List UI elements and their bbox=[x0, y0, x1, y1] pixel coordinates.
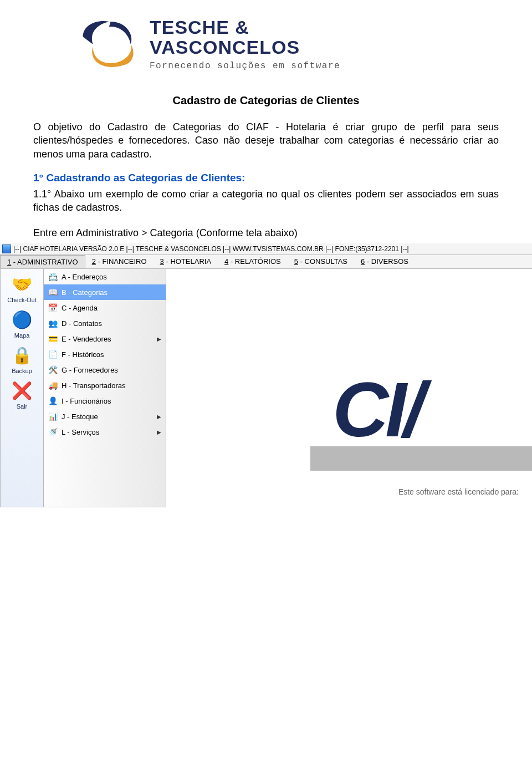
menu-item-j[interactable]: 📊J - Estoque▶ bbox=[44, 409, 166, 424]
tool-mapa[interactable]: 🔵Mapa bbox=[1, 304, 43, 340]
section-heading: 1° Cadastrando as Categorias de Clientes… bbox=[33, 172, 499, 184]
tool-label: Mapa bbox=[14, 332, 30, 339]
menu-relatórios[interactable]: 4 - RELATÓRIOS bbox=[218, 255, 288, 268]
menu-item-a[interactable]: 📇A - Endereços bbox=[44, 269, 166, 284]
brand-line2: VASCONCELOS bbox=[150, 38, 340, 58]
menu-item-b[interactable]: 📖B - Categorias bbox=[44, 284, 166, 300]
menu-item-f[interactable]: 📄F - Históricos bbox=[44, 347, 166, 362]
menu-item-label: I - Funcionários bbox=[62, 397, 111, 405]
window-title-bar: |--| CIAF HOTELARIA VERSÃO 2.0 E |--| TE… bbox=[0, 243, 532, 255]
card-icon: 💳 bbox=[48, 334, 57, 343]
tool-sair[interactable]: ❌Sair bbox=[1, 375, 43, 411]
window-title-text: |--| CIAF HOTELARIA VERSÃO 2.0 E |--| TE… bbox=[13, 245, 409, 253]
document-icon: 📄 bbox=[48, 350, 57, 359]
menu-item-label: J - Estoque bbox=[62, 412, 98, 421]
brand-header: TESCHE & VASCONCELOS Fornecendo soluções… bbox=[0, 0, 532, 78]
menu-consultas[interactable]: 5 - CONSULTAS bbox=[288, 255, 354, 268]
address-icon: 📇 bbox=[48, 272, 57, 281]
menu-item-label: L - Serviços bbox=[62, 428, 99, 436]
intro-paragraph: O objetivo do Cadastro de Categorias do … bbox=[33, 120, 499, 161]
menu-item-l[interactable]: 🚿L - Serviços▶ bbox=[44, 424, 166, 440]
map-icon: 🔵 bbox=[11, 308, 34, 331]
toolbar: 🤝Check-Out🔵Mapa🔒Backup❌Sair bbox=[0, 269, 43, 507]
tool-check-out[interactable]: 🤝Check-Out bbox=[1, 269, 43, 304]
brand-line1: TESCHE & bbox=[150, 18, 340, 38]
tool-backup[interactable]: 🔒Backup bbox=[1, 340, 43, 375]
menu-item-g[interactable]: 🛠️G - Fornecedores bbox=[44, 362, 166, 378]
tools-icon: 🛠️ bbox=[48, 365, 57, 374]
exit-icon: ❌ bbox=[11, 379, 34, 402]
menu-item-c[interactable]: 📅C - Agenda bbox=[44, 300, 166, 315]
menu-hotelaria[interactable]: 3 - HOTELARIA bbox=[154, 255, 218, 268]
chevron-right-icon: ▶ bbox=[157, 429, 161, 435]
cia-logo: CI/ bbox=[332, 379, 532, 441]
tool-label: Check-Out bbox=[7, 297, 37, 303]
checkout-icon: 🤝 bbox=[11, 272, 34, 296]
chevron-right-icon: ▶ bbox=[157, 414, 161, 420]
menu-item-label: E - Vendedores bbox=[62, 335, 111, 343]
menu-administrativo[interactable]: 1 - ADMINISTRATIVO bbox=[0, 255, 85, 268]
brand-tagline: Fornecendo soluções em software bbox=[150, 61, 340, 71]
chevron-right-icon: ▶ bbox=[157, 336, 161, 342]
menu-item-label: F - Históricos bbox=[62, 350, 104, 359]
menu-diversos[interactable]: 6 - DIVERSOS bbox=[354, 255, 415, 268]
menu-item-label: A - Endereços bbox=[62, 273, 107, 281]
menu-item-label: G - Fornecedores bbox=[62, 366, 118, 374]
section-body: 1.1° Abaixo um exemplo de como criar a c… bbox=[33, 187, 499, 215]
app-icon bbox=[2, 245, 11, 253]
menu-financeiro[interactable]: 2 - FINANCEIRO bbox=[85, 255, 154, 268]
document-title: Cadastro de Categorias de Clientes bbox=[33, 94, 499, 107]
main-area: CI/ Este software está licenciado para: bbox=[166, 269, 532, 507]
gray-bar bbox=[310, 446, 532, 471]
admin-dropdown: 📇A - Endereços📖B - Categorias📅C - Agenda… bbox=[43, 269, 166, 507]
app-screenshot: |--| CIAF HOTELARIA VERSÃO 2.0 E |--| TE… bbox=[0, 243, 532, 507]
brand-mark bbox=[78, 17, 139, 72]
nav-hint: Entre em Administrativo > Categoria (Con… bbox=[33, 227, 499, 239]
book-icon: 📖 bbox=[48, 288, 57, 297]
truck-icon: 🚚 bbox=[48, 381, 57, 390]
menu-item-label: B - Categorias bbox=[62, 288, 108, 297]
menu-item-h[interactable]: 🚚H - Transportadoras bbox=[44, 378, 166, 393]
tool-label: Sair bbox=[17, 403, 28, 410]
menu-item-e[interactable]: 💳E - Vendedores▶ bbox=[44, 331, 166, 347]
menu-item-label: C - Agenda bbox=[62, 304, 98, 312]
menu-item-d[interactable]: 👥D - Contatos bbox=[44, 315, 166, 331]
backup-icon: 🔒 bbox=[11, 343, 34, 366]
tool-label: Backup bbox=[12, 368, 32, 374]
person-icon: 👤 bbox=[48, 396, 57, 405]
calendar-icon: 📅 bbox=[48, 303, 57, 312]
menu-item-label: D - Contatos bbox=[62, 319, 102, 328]
menu-bar: 1 - ADMINISTRATIVO2 - FINANCEIRO3 - HOTE… bbox=[0, 255, 532, 269]
people-icon: 👥 bbox=[48, 319, 57, 328]
menu-item-label: H - Transportadoras bbox=[62, 381, 126, 390]
license-text: Este software está licenciado para: bbox=[398, 487, 519, 496]
stock-icon: 📊 bbox=[48, 412, 57, 421]
services-icon: 🚿 bbox=[48, 427, 57, 436]
menu-item-i[interactable]: 👤I - Funcionários bbox=[44, 393, 166, 409]
